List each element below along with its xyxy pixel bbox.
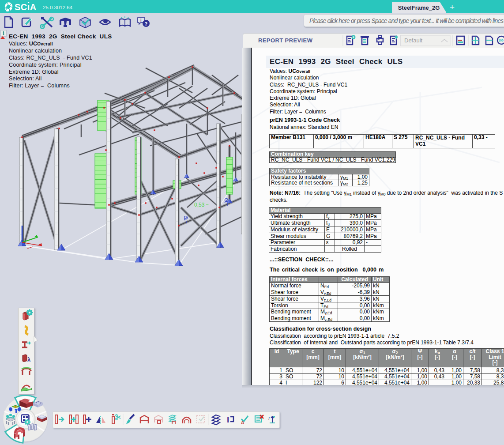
- svg-text:I: I: [227, 415, 229, 424]
- svg-text:i: i: [140, 18, 142, 23]
- svg-text:Default: Default: [404, 37, 423, 44]
- svg-text:100: 100: [498, 39, 504, 42]
- svg-text:0,53 ~: 0,53 ~: [194, 202, 209, 208]
- svg-text:A: A: [241, 420, 244, 425]
- svg-text:?: ?: [145, 21, 148, 26]
- svg-text:SCı̇A: SCı̇A: [15, 2, 37, 12]
- svg-text:t: t: [268, 416, 270, 421]
- svg-text:λ: λ: [27, 356, 31, 363]
